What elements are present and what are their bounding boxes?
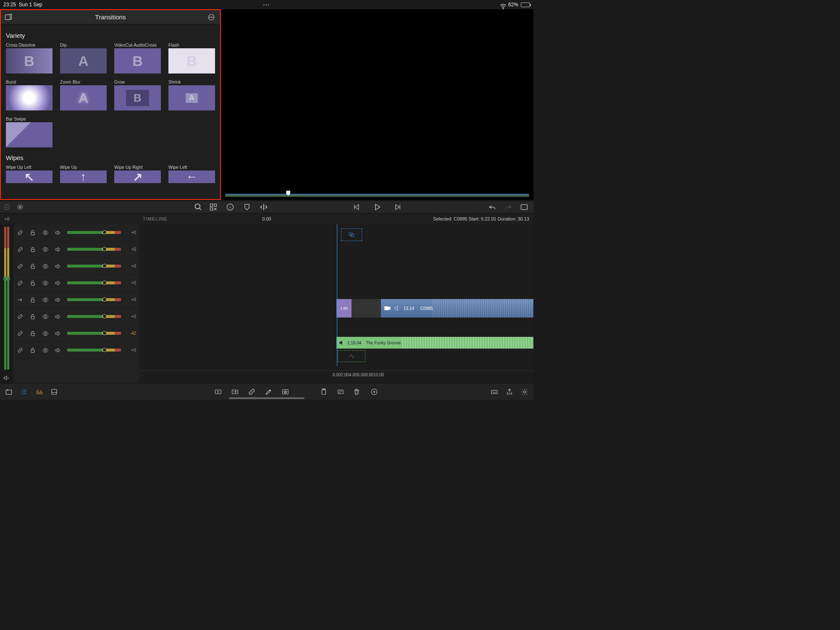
track-visibility-icon[interactable] [42,246,49,253]
undo-icon[interactable] [488,203,496,211]
track-link-icon[interactable] [17,263,24,270]
settings-gear-icon[interactable] [521,388,528,396]
home-indicator[interactable] [229,397,304,399]
more-options-icon[interactable] [207,13,215,21]
clipboard-icon[interactable] [320,388,328,396]
track-link-icon[interactable] [17,246,24,253]
track-header[interactable]: +0 [13,258,139,275]
track-lock-icon[interactable] [29,246,36,253]
track-link-icon[interactable] [17,280,24,286]
search-icon[interactable] [194,203,202,211]
transition-item[interactable]: Wipe Up Left↖ [6,165,52,183]
split-view-icon[interactable] [260,203,268,211]
transition-item[interactable]: Bar Swipe [6,116,52,147]
approve-checkmark-icon[interactable] [3,204,10,210]
track-audio-icon[interactable] [55,263,61,270]
track-level-slider[interactable] [67,349,121,352]
transition-thumbnail[interactable]: B [6,48,52,74]
transition-item[interactable]: Wipe Left← [168,165,215,183]
transition-thumbnail[interactable]: B [168,48,215,74]
viewer-mini-timeline[interactable] [221,191,533,200]
track-lock-icon[interactable] [29,280,36,286]
redo-icon[interactable] [504,203,512,211]
track-header[interactable]: +0 [13,308,139,325]
audio-clip[interactable]: 1:16.04 The Funky Groove [336,337,533,349]
master-audio-icon[interactable] [3,375,10,381]
playhead[interactable] [337,224,337,366]
track-audio-icon[interactable] [55,330,61,337]
transition-item[interactable]: ShrinkA [168,79,215,110]
track-header[interactable]: +0 [13,342,139,359]
transition-item[interactable]: GrowB [114,79,161,110]
track-visibility-icon[interactable] [42,297,49,303]
fullscreen-icon[interactable] [520,203,528,211]
track-audio-icon[interactable] [55,297,61,303]
transition-thumbnail[interactable]: A [60,85,107,110]
track-level-slider[interactable] [67,248,121,251]
transition-thumbnail[interactable]: ↑ [60,171,107,183]
track-lock-icon[interactable] [29,347,36,354]
transition-item[interactable]: Wipe Up↑ [60,165,107,183]
transition-thumbnail[interactable] [6,85,52,110]
track-level-slider[interactable] [67,298,121,301]
mini-playhead[interactable] [286,191,290,196]
track-link-icon[interactable] [17,347,24,354]
play-icon[interactable] [373,203,381,211]
transition-item[interactable]: Wipe Up Right↗ [114,165,161,183]
track-audio-icon[interactable] [55,229,61,236]
transition-thumbnail[interactable] [6,122,52,147]
transition-thumbnail[interactable]: A [168,85,215,110]
track-visibility-icon[interactable] [42,263,49,270]
next-frame-icon[interactable] [394,203,402,211]
track-level-slider[interactable] [67,265,121,268]
track-level-slider[interactable] [67,231,121,234]
track-link-icon[interactable] [17,229,24,236]
checklist-icon[interactable] [337,388,344,396]
transition-item[interactable]: FlashB [168,42,215,74]
track-lock-icon[interactable] [29,263,36,270]
layers-list-icon[interactable] [20,388,28,396]
track-lock-icon[interactable] [29,297,36,303]
transition-item[interactable]: Burst [6,79,52,110]
info-icon[interactable] [226,203,234,211]
transition-thumbnail[interactable]: ↗ [114,171,161,183]
record-icon[interactable] [17,204,24,210]
viewer[interactable] [221,9,533,200]
transition-thumbnail[interactable]: ↖ [6,171,52,183]
track-header[interactable]: +0 [13,241,139,258]
storage-icon[interactable] [50,388,58,396]
track-header[interactable]: +0 [13,275,139,291]
expand-panel-icon[interactable] [4,13,13,21]
track-level-slider[interactable] [67,281,121,284]
favorite-star-icon[interactable] [281,388,289,396]
transition-thumbnail[interactable]: B [114,85,161,110]
transition-thumbnail[interactable]: B [114,48,161,74]
timeline-clips-area[interactable]: 1.00 13.14 C0985 1:16.04 The Funky Groov… [139,224,533,383]
transition-thumbnail[interactable]: ← [168,171,215,183]
track-visibility-icon[interactable] [42,347,49,354]
add-plus-icon[interactable] [370,388,378,396]
transition-thumbnail[interactable]: A [60,48,107,74]
track-visibility-icon[interactable] [42,280,49,286]
share-export-icon[interactable] [506,388,513,396]
track-audio-icon[interactable] [55,280,61,286]
track-link-icon[interactable] [17,330,24,337]
track-level-slider[interactable] [67,315,121,318]
track-lock-icon[interactable] [29,313,36,320]
multitask-dots-icon[interactable]: ••• [263,3,270,7]
transition-item[interactable]: VideoCut-AudioCrossB [114,42,161,74]
track-audio-icon[interactable] [55,246,61,253]
track-header[interactable]: +0 [13,291,139,308]
add-track-icon[interactable] [5,388,13,396]
track-visibility-icon[interactable] [42,229,49,236]
link-clips-icon[interactable] [248,388,255,396]
transition-item[interactable]: Zoom BlurA [60,79,107,110]
transition-item[interactable]: Cross DissolveB [6,42,52,74]
track-level-slider[interactable] [67,332,121,335]
track-visibility-icon[interactable] [42,313,49,320]
trash-icon[interactable] [353,388,360,396]
track-header[interactable]: +0 [13,224,139,241]
insert-clip-icon[interactable] [214,388,222,396]
track-lock-icon[interactable] [29,330,36,337]
audio-levels-icon[interactable] [35,388,43,396]
